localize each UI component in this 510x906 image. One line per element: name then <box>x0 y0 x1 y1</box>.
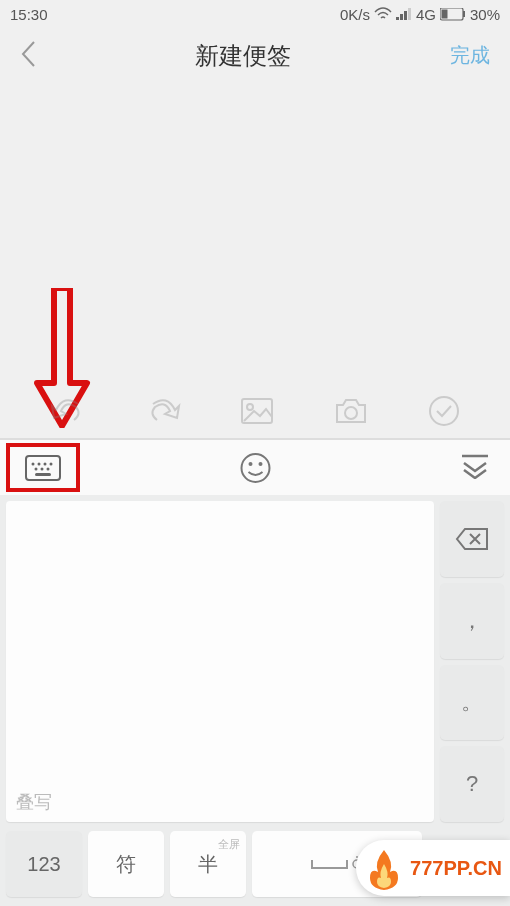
flame-icon <box>360 844 408 892</box>
handwriting-canvas[interactable]: 叠写 <box>6 501 434 822</box>
handwriting-area: 叠写 ， 。 ? <box>0 495 510 828</box>
image-icon[interactable] <box>240 397 274 425</box>
status-right: 0K/s 4G 30% <box>340 6 500 23</box>
svg-point-21 <box>248 462 252 466</box>
symbol-key[interactable]: 符 <box>88 831 164 897</box>
svg-point-8 <box>247 404 253 410</box>
redo-icon[interactable] <box>145 396 181 426</box>
collapse-keyboard-button[interactable] <box>460 453 490 483</box>
collapse-icon <box>460 453 490 479</box>
svg-rect-6 <box>463 11 465 17</box>
status-battery: 30% <box>470 6 500 23</box>
note-content[interactable] <box>0 83 510 383</box>
handwriting-hint: 叠写 <box>16 790 52 814</box>
half-key-label: 半 <box>198 851 218 878</box>
svg-rect-2 <box>404 11 407 20</box>
svg-rect-3 <box>408 8 411 20</box>
undo-icon[interactable] <box>50 396 86 426</box>
keyboard-toolbar <box>0 439 510 495</box>
status-time: 15:30 <box>10 6 48 23</box>
watermark: 777PP.CN <box>356 840 510 896</box>
comma-key[interactable]: ， <box>440 583 504 659</box>
emoji-button[interactable] <box>213 440 298 496</box>
battery-icon <box>440 8 466 21</box>
half-key[interactable]: 半 全屏 <box>170 831 246 897</box>
highlight-box <box>6 443 80 492</box>
period-key[interactable]: 。 <box>440 665 504 741</box>
done-button[interactable]: 完成 <box>450 42 490 69</box>
nav-bar: 新建便签 完成 <box>0 28 510 83</box>
backspace-key[interactable] <box>440 501 504 577</box>
svg-point-20 <box>241 454 269 482</box>
svg-point-10 <box>430 397 458 425</box>
svg-rect-0 <box>396 17 399 20</box>
wifi-icon <box>374 7 392 21</box>
page-title: 新建便签 <box>195 40 291 72</box>
numeric-key[interactable]: 123 <box>6 831 82 897</box>
svg-point-9 <box>345 407 357 419</box>
watermark-text: 777PP.CN <box>410 857 502 880</box>
checklist-icon[interactable] <box>428 395 460 427</box>
camera-icon[interactable] <box>333 397 369 425</box>
status-speed: 0K/s <box>340 6 370 23</box>
svg-rect-1 <box>400 14 403 20</box>
back-button[interactable] <box>20 40 36 72</box>
svg-rect-5 <box>441 9 447 18</box>
signal-icon <box>396 8 412 20</box>
status-network: 4G <box>416 6 436 23</box>
svg-point-22 <box>258 462 262 466</box>
emoji-icon <box>239 452 271 484</box>
backspace-icon <box>455 527 489 551</box>
question-key[interactable]: ? <box>440 746 504 822</box>
ime-side-keys: ， 。 ? <box>434 495 510 828</box>
status-bar: 15:30 0K/s 4G 30% <box>0 0 510 28</box>
half-key-sublabel: 全屏 <box>218 837 240 852</box>
